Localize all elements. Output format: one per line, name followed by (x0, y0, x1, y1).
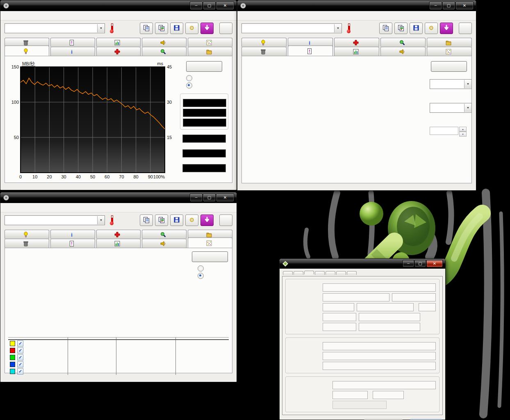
close-button[interactable] (455, 2, 474, 10)
download-arrow-button[interactable] (440, 23, 453, 34)
tab-mainboard[interactable] (304, 271, 314, 274)
tab-erase[interactable] (241, 47, 287, 56)
chevron-down-icon[interactable] (97, 24, 105, 32)
close-button[interactable] (216, 194, 234, 202)
series-checkbox[interactable]: ✓ (17, 347, 23, 354)
tab-folder-usage[interactable] (427, 38, 472, 47)
tab-about[interactable] (347, 271, 357, 275)
tab-benchmark[interactable] (5, 46, 49, 56)
series-checkbox[interactable]: ✓ (17, 354, 23, 361)
options-button[interactable]: ⚙ (185, 23, 198, 34)
tab-disk-info[interactable]: i (50, 47, 95, 56)
read-radio[interactable] (198, 265, 206, 272)
tab-random-access[interactable] (427, 47, 472, 56)
menu-file[interactable] (241, 15, 243, 16)
save-button[interactable] (170, 215, 183, 226)
minimize-button[interactable] (190, 2, 203, 10)
tab-random-access[interactable] (188, 38, 232, 47)
tab-disk-monitor[interactable] (96, 38, 141, 47)
copy-text-button[interactable] (140, 215, 153, 226)
tab-file-benchmark[interactable]: ! (50, 239, 95, 248)
tab-tools[interactable] (142, 239, 187, 248)
options-button[interactable]: ⚙ (425, 23, 438, 34)
tab-disk-monitor[interactable] (96, 239, 141, 248)
exit-button[interactable] (459, 23, 472, 34)
maximize-button[interactable] (442, 2, 455, 10)
chevron-down-icon[interactable] (464, 80, 471, 88)
tab-file-benchmark[interactable]: ! (50, 38, 95, 47)
menu-help[interactable] (14, 207, 16, 208)
tab-file-benchmark[interactable]: ! (288, 46, 333, 56)
read-radio[interactable] (186, 75, 194, 81)
start-button[interactable] (186, 61, 222, 72)
minimize-button[interactable] (190, 194, 203, 202)
save-button[interactable] (410, 23, 423, 34)
menu-file[interactable] (5, 15, 6, 16)
minimize-button[interactable] (429, 2, 442, 10)
spinner-down-button[interactable]: ▼ (459, 132, 467, 137)
exit-button[interactable] (219, 215, 232, 226)
drive-select[interactable] (241, 23, 342, 33)
tab-caches[interactable] (294, 271, 303, 275)
maximize-button[interactable] (203, 194, 216, 202)
chevron-down-icon[interactable] (334, 24, 342, 32)
tab-cpu[interactable] (283, 271, 293, 275)
tab-tools[interactable] (142, 38, 187, 47)
series-checkbox[interactable]: ✓ (17, 368, 23, 374)
tab-random-access[interactable] (188, 237, 232, 248)
file-length-select[interactable] (430, 103, 472, 113)
copy-image-button[interactable] (394, 23, 408, 34)
tab-disk-info[interactable]: i (50, 230, 95, 239)
tab-tools[interactable] (380, 47, 426, 56)
maximize-button[interactable] (203, 2, 216, 10)
tab-health[interactable] (334, 38, 379, 47)
tab-erase[interactable] (5, 239, 49, 248)
save-button[interactable] (170, 23, 183, 34)
start-button[interactable] (431, 61, 467, 72)
copy-text-button[interactable] (140, 23, 153, 34)
title-bar[interactable] (280, 259, 445, 269)
title-bar[interactable] (0, 192, 237, 203)
tab-graphics[interactable] (336, 271, 346, 275)
menu-help[interactable] (251, 15, 253, 16)
tab-error-scan[interactable] (142, 230, 187, 239)
maximize-button[interactable] (414, 260, 426, 267)
copy-text-button[interactable] (379, 23, 392, 34)
menu-help[interactable] (14, 15, 16, 16)
disk-select[interactable] (430, 79, 472, 89)
disk-monitor-icon (114, 39, 121, 46)
tab-spd[interactable] (326, 271, 335, 275)
tab-benchmark[interactable] (5, 230, 49, 239)
drive-select[interactable] (5, 23, 105, 33)
tab-disk-monitor[interactable] (334, 47, 379, 56)
delay-input[interactable] (430, 127, 458, 135)
options-button[interactable]: ⚙ (185, 215, 198, 226)
exit-button[interactable] (219, 23, 232, 34)
start-button[interactable] (192, 251, 228, 262)
tab-benchmark[interactable] (241, 38, 287, 47)
chevron-down-icon[interactable] (97, 216, 105, 224)
minimize-button[interactable] (403, 260, 414, 267)
copy-image-button[interactable] (155, 215, 168, 226)
chevron-down-icon[interactable] (464, 104, 471, 112)
copy-image-button[interactable] (155, 23, 168, 34)
title-bar[interactable] (237, 0, 476, 11)
tab-memory[interactable] (315, 271, 325, 275)
tab-health[interactable] (96, 230, 141, 239)
series-checkbox[interactable]: ✓ (17, 361, 23, 368)
tab-error-scan[interactable] (380, 38, 426, 47)
drive-select[interactable] (5, 215, 105, 225)
menu-file[interactable] (5, 207, 6, 208)
write-radio[interactable] (186, 82, 194, 89)
download-arrow-button[interactable] (200, 215, 214, 226)
spinner-up-button[interactable]: ▲ (459, 127, 467, 132)
close-button[interactable] (216, 2, 234, 10)
tab-folder-usage[interactable] (188, 47, 232, 56)
download-arrow-button[interactable] (200, 23, 214, 34)
series-checkbox[interactable]: ✓ (17, 340, 23, 347)
write-radio[interactable] (198, 273, 206, 279)
tab-error-scan[interactable] (142, 47, 187, 56)
title-bar[interactable] (0, 0, 237, 11)
close-button[interactable] (426, 260, 443, 267)
tab-health[interactable] (96, 47, 141, 56)
